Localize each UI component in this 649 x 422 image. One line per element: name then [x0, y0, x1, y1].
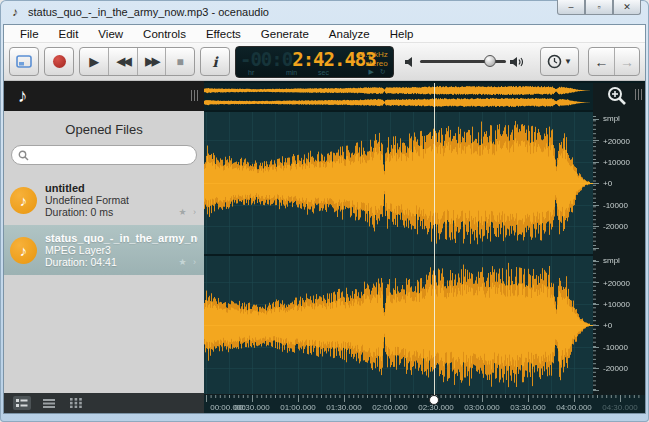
amplitude-tick-label: -10000 — [603, 201, 628, 210]
speaker-high-icon[interactable] — [510, 56, 525, 68]
file-info: untitled Undefined Format Duration: 0 ms — [45, 182, 129, 218]
detail-view-button[interactable] — [13, 396, 31, 410]
volume-control — [405, 56, 525, 68]
unit-hr: hr — [248, 69, 254, 76]
tab-notch — [22, 111, 34, 112]
file-duration: Duration: 04:41 — [45, 256, 198, 268]
amplitude-tick-label: smpl — [603, 114, 620, 123]
amplitude-tick-label: -20000 — [603, 222, 628, 231]
zoom-button[interactable] — [602, 84, 632, 108]
file-action-icons[interactable]: ★ › — [178, 207, 198, 217]
menu-item-analyze[interactable]: Analyze — [319, 28, 380, 40]
menu-item-view[interactable]: View — [88, 28, 133, 40]
volume-slider[interactable] — [420, 60, 506, 63]
time-display-digits: -00:02:42.483 hr min sec — [236, 47, 341, 77]
toolbar: ▶ ◀◀ ▶▶ ■ i -00:02:42.483 hr min sec — [4, 43, 645, 81]
amplitude-tick-label: -10000 — [603, 343, 628, 352]
fast-forward-icon: ▶▶ — [145, 55, 158, 68]
time-format-button[interactable]: ▼ — [540, 47, 579, 76]
wave-grip-handle[interactable] — [635, 89, 642, 100]
amplitude-tick-label: +10000 — [603, 158, 630, 167]
minimize-button[interactable]: – — [557, 0, 585, 15]
menu-item-file[interactable]: File — [10, 28, 49, 40]
close-button[interactable]: ✕ — [613, 0, 641, 15]
audio-file-icon: ♪ — [10, 187, 37, 214]
playhead[interactable] — [434, 83, 435, 395]
info-button[interactable]: i — [200, 47, 230, 76]
list-view-icon — [43, 398, 55, 408]
volume-knob[interactable] — [484, 55, 496, 67]
time-display[interactable]: -00:02:42.483 hr min sec 44.1 kHz stereo… — [235, 46, 394, 78]
menu-item-help[interactable]: Help — [380, 28, 424, 40]
panel-title: Opened Files — [4, 116, 204, 145]
time-tick-label: 01:00.000 — [280, 403, 316, 412]
play-icon: ▶ — [89, 54, 99, 69]
file-format: Undefined Format — [45, 194, 129, 206]
play-button[interactable]: ▶ — [80, 48, 108, 75]
app-window: ♪ status_quo_-_in_the_army_now.mp3 - oce… — [0, 0, 649, 422]
stop-button[interactable]: ■ — [165, 48, 194, 75]
file-format: MPEG Layer3 — [45, 244, 198, 256]
unit-sec: sec — [318, 69, 329, 76]
amplitude-tick-label: +10000 — [603, 300, 630, 309]
sidebar-icon — [16, 55, 32, 68]
speaker-low-icon[interactable] — [405, 56, 416, 68]
waveform-panel: smpl+20000+10000+0-10000-20000smpl+20000… — [204, 81, 645, 413]
toggle-sidebar-button[interactable] — [9, 47, 39, 76]
sidebar: ♪ Opened Files ♪ — [4, 81, 204, 413]
waveform-canvas[interactable] — [204, 81, 645, 413]
music-note-icon[interactable]: ♪ — [18, 85, 28, 107]
current-time: 2:42.483 — [292, 48, 376, 70]
time-tick-label: 00:30.000 — [234, 403, 270, 412]
menu-item-edit[interactable]: Edit — [49, 28, 89, 40]
zoom-in-icon — [606, 85, 628, 107]
transport-group: ▶ ◀◀ ▶▶ ■ — [79, 47, 195, 76]
amplitude-tick-label: +20000 — [603, 279, 630, 288]
record-icon — [53, 55, 66, 68]
grid-view-icon — [70, 398, 82, 408]
window-content: FileEditViewControlsEffectsGenerateAnaly… — [3, 24, 646, 414]
search-input[interactable] — [29, 147, 196, 163]
fast-forward-button[interactable]: ▶▶ — [137, 48, 166, 75]
file-search-box[interactable] — [11, 145, 197, 165]
clock-icon — [547, 54, 562, 69]
file-duration: Duration: 0 ms — [45, 206, 129, 218]
time-tick-label: 03:30.000 — [510, 403, 546, 412]
file-item-untitled[interactable]: ♪ untitled Undefined Format Duration: 0 … — [4, 175, 204, 225]
sidebar-grip-handle[interactable] — [191, 90, 198, 101]
rewind-icon: ◀◀ — [117, 55, 130, 68]
forward-button[interactable]: → — [614, 48, 639, 75]
menu-item-effects[interactable]: Effects — [196, 28, 251, 40]
grid-view-button[interactable] — [67, 396, 85, 410]
back-arrow-icon: ← — [595, 54, 609, 70]
time-unlit-digits: -00:0 — [240, 48, 292, 70]
search-icon — [18, 150, 29, 161]
file-title: untitled — [45, 182, 129, 194]
info-icon: i — [212, 54, 217, 70]
file-item-status-quo[interactable]: ♪ status_quo_-_in_the_army_now.... MPEG … — [4, 225, 204, 275]
amplitude-tick-label: -20000 — [603, 364, 628, 373]
amplitude-tick-label: smpl — [603, 256, 620, 265]
rewind-button[interactable]: ◀◀ — [108, 48, 137, 75]
window-title: status_quo_-_in_the_army_now.mp3 - ocena… — [28, 6, 269, 18]
record-button[interactable] — [44, 47, 74, 76]
sidebar-tab-bar: ♪ — [4, 81, 204, 111]
opened-files-panel: Opened Files ♪ untitled Undefined Format — [4, 111, 204, 393]
sidebar-view-bar — [4, 393, 204, 413]
title-bar[interactable]: ♪ status_quo_-_in_the_army_now.mp3 - oce… — [0, 0, 649, 24]
file-action-icons[interactable]: ★ › — [178, 257, 198, 267]
menu-item-generate[interactable]: Generate — [251, 28, 319, 40]
window-controls: – ▫ ✕ — [557, 0, 641, 15]
forward-arrow-icon: → — [620, 54, 634, 70]
file-title: status_quo_-_in_the_army_now.... — [45, 232, 198, 244]
time-tick-label: 04:00.000 — [556, 403, 592, 412]
main-area: ♪ Opened Files ♪ — [4, 81, 645, 413]
amplitude-tick-label: +0 — [603, 179, 612, 188]
back-button[interactable]: ← — [589, 48, 614, 75]
playhead-handle[interactable] — [429, 395, 439, 405]
history-nav-group: ← → — [588, 47, 640, 76]
menu-item-controls[interactable]: Controls — [133, 28, 196, 40]
stop-icon: ■ — [177, 55, 184, 69]
maximize-button[interactable]: ▫ — [585, 0, 613, 15]
list-view-button[interactable] — [40, 396, 58, 410]
